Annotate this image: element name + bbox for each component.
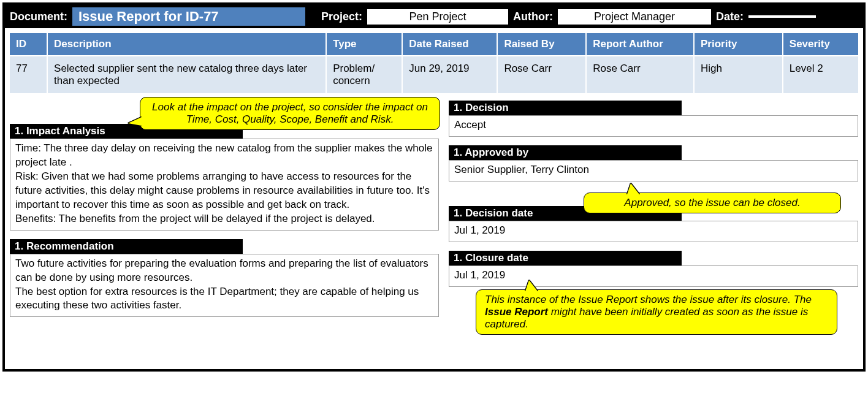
author-value: Project Manager bbox=[558, 9, 711, 25]
issue-table-wrap: ID Description Type Date Raised Raised B… bbox=[5, 28, 863, 94]
section-header-closure: 1. Closure date bbox=[449, 251, 682, 265]
section-body-approved: Senior Supplier, Terry Clinton bbox=[449, 160, 858, 181]
approved-text: Senior Supplier, Terry Clinton bbox=[454, 164, 589, 175]
section-approved: 1. Approved by Senior Supplier, Terry Cl… bbox=[449, 145, 858, 181]
callout-approved-hint: Approved, so the issue can be closed. bbox=[584, 193, 841, 213]
callout-text-pre: This instance of the Issue Report shows … bbox=[485, 294, 812, 305]
callout-text: Look at the impact on the project, so co… bbox=[152, 101, 428, 125]
callout-impact-hint: Look at the impact on the project, so co… bbox=[140, 97, 440, 130]
cell-description: Selected supplier sent the new catalog t… bbox=[47, 56, 326, 94]
col-priority: Priority bbox=[694, 32, 783, 56]
date-label: Date: bbox=[716, 10, 744, 23]
project-label: Project: bbox=[321, 10, 362, 23]
section-header-approved: 1. Approved by bbox=[449, 145, 682, 160]
date-value bbox=[748, 15, 816, 18]
table-row: 77 Selected supplier sent the new catalo… bbox=[9, 56, 859, 94]
left-column: Look at the impact on the project, so co… bbox=[10, 101, 439, 357]
project-value: Pen Project bbox=[367, 9, 508, 25]
cell-date-raised: Jun 29, 2019 bbox=[402, 56, 497, 94]
document-label: Document: bbox=[10, 10, 67, 23]
header-bar: Document: Issue Report for ID-77 Project… bbox=[5, 5, 863, 28]
decision-date-text: Jul 1, 2019 bbox=[454, 224, 505, 236]
recommendation-text: Two future activities for preparing the … bbox=[15, 257, 433, 313]
document-frame: Document: Issue Report for ID-77 Project… bbox=[2, 2, 866, 372]
cell-type: Problem/ concern bbox=[326, 56, 402, 94]
document-title: Issue Report for ID-77 bbox=[72, 7, 305, 26]
cell-priority: High bbox=[694, 56, 783, 94]
col-report-author: Report Author bbox=[586, 32, 694, 56]
section-body-closure: Jul 1, 2019 bbox=[449, 265, 858, 287]
author-label: Author: bbox=[513, 10, 553, 23]
section-impact: 1. Impact Analysis Time: The three day d… bbox=[10, 124, 439, 231]
section-header-recommendation: 1. Recommendation bbox=[10, 239, 243, 254]
col-type: Type bbox=[326, 32, 402, 56]
col-description: Description bbox=[47, 32, 326, 56]
closure-text: Jul 1, 2019 bbox=[454, 269, 505, 281]
section-decision: 1. Decision Accept bbox=[449, 101, 858, 137]
callout-text-bold: Issue Report bbox=[485, 306, 548, 318]
cell-id: 77 bbox=[9, 56, 47, 94]
table-header-row: ID Description Type Date Raised Raised B… bbox=[9, 32, 859, 56]
impact-text: Time: The three day delay on receiving t… bbox=[15, 142, 433, 226]
col-date-raised: Date Raised bbox=[402, 32, 497, 56]
right-column: 1. Decision Accept 1. Approved by Senior… bbox=[449, 101, 858, 357]
section-body-decision: Accept bbox=[449, 115, 858, 137]
callout-closure-hint: This instance of the Issue Report shows … bbox=[476, 289, 837, 335]
section-recommendation: 1. Recommendation Two future activities … bbox=[10, 239, 439, 318]
cell-raised-by: Rose Carr bbox=[497, 56, 586, 94]
cell-report-author: Rose Carr bbox=[586, 56, 694, 94]
body-zone: Look at the impact on the project, so co… bbox=[5, 94, 863, 369]
section-body-recommendation: Two future activities for preparing the … bbox=[10, 254, 439, 318]
col-severity: Severity bbox=[783, 32, 859, 56]
section-body-impact: Time: The three day delay on receiving t… bbox=[10, 139, 439, 231]
cell-severity: Level 2 bbox=[783, 56, 859, 94]
section-closure: 1. Closure date Jul 1, 2019 bbox=[449, 251, 858, 287]
section-header-decision: 1. Decision bbox=[449, 101, 682, 115]
col-id: ID bbox=[9, 32, 47, 56]
section-body-decision-date: Jul 1, 2019 bbox=[449, 221, 858, 242]
col-raised-by: Raised By bbox=[497, 32, 586, 56]
callout-text: Approved, so the issue can be closed. bbox=[624, 197, 800, 208]
issue-table: ID Description Type Date Raised Raised B… bbox=[9, 32, 859, 94]
decision-text: Accept bbox=[454, 119, 486, 131]
